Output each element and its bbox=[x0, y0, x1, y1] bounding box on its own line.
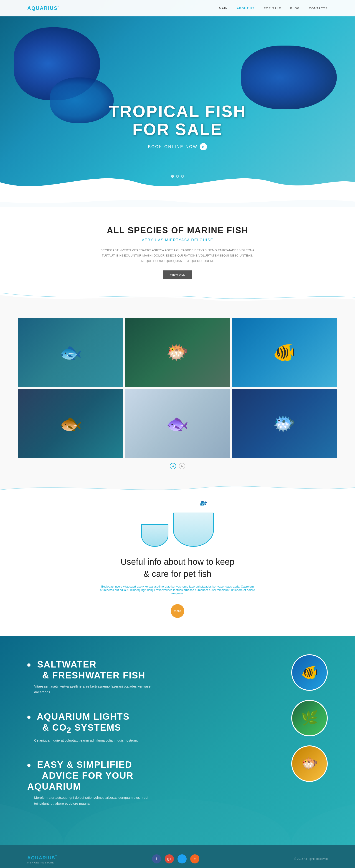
nav-blog[interactable]: BLOG bbox=[290, 7, 300, 10]
hero-dot-1[interactable] bbox=[171, 175, 174, 178]
species-section: ALL SPECIES OF MARINE FISH VERYIUAS MIER… bbox=[0, 207, 355, 293]
fish-image-2 bbox=[125, 318, 230, 387]
feature-circle-img-3[interactable]: 🐡 bbox=[291, 745, 328, 782]
fish-card-2[interactable] bbox=[125, 318, 230, 387]
footer-copyright: © 2015 All Rights Reserved bbox=[294, 857, 328, 861]
fish-image-1 bbox=[18, 318, 123, 387]
fish-card-4[interactable] bbox=[18, 389, 123, 458]
navigation: AQUARIUS° MAIN ABOUT US FOR SALE BLOG CO… bbox=[0, 0, 355, 17]
wave-divider-gallery-top bbox=[0, 293, 355, 304]
fish-gallery-section: ◀ ▶ bbox=[0, 304, 355, 483]
feature-item-1: SALTWATER & FRESHWATER FISH Vitaesaert a… bbox=[27, 659, 164, 695]
rss-icon[interactable]: ✦ bbox=[190, 854, 199, 863]
info-link-text: Beciegast nverti vitaesaert asety kertya… bbox=[98, 585, 257, 595]
feature-desc-1: Vitaesaert asety kertya asetlinerafae ke… bbox=[27, 683, 164, 695]
feature-title-1: SALTWATER & FRESHWATER FISH bbox=[27, 659, 164, 681]
features-content: SALTWATER & FRESHWATER FISH Vitaesaert a… bbox=[27, 659, 164, 806]
feature-item-3: EASY & SIMPLIFIED ADVICE FOR YOUR AQUARI… bbox=[27, 759, 164, 806]
more-button[interactable]: more bbox=[171, 604, 184, 618]
feature-bullet-2 bbox=[27, 716, 31, 719]
bowl-large bbox=[173, 513, 214, 547]
fish-card-6[interactable] bbox=[232, 389, 337, 458]
fish-card-1[interactable] bbox=[18, 318, 123, 387]
info-section: 🐟 Useful info about how to keep & care f… bbox=[0, 494, 355, 636]
fish-decoration-2 bbox=[241, 45, 337, 110]
feature-circle-img-2[interactable]: 🌿 bbox=[291, 700, 328, 736]
fish-image-6 bbox=[232, 389, 337, 458]
hero-cta[interactable]: BOOK ONLINE NOW ➤ bbox=[109, 143, 246, 150]
footer-logo: AQUARIUS° FISH ONLINE STORE bbox=[27, 854, 57, 864]
facebook-icon[interactable]: f bbox=[152, 854, 161, 863]
fish-image-4 bbox=[18, 389, 123, 458]
features-section: SALTWATER & FRESHWATER FISH Vitaesaert a… bbox=[0, 636, 355, 845]
bowl-small bbox=[141, 524, 168, 547]
footer: AQUARIUS° FISH ONLINE STORE f g+ t ✦ © 2… bbox=[0, 845, 355, 868]
view-all-button[interactable]: VIEW ALL bbox=[163, 271, 192, 279]
hero-dot-2[interactable] bbox=[176, 175, 179, 178]
species-subtitle: VERYIUAS MIERTYASA DELOUISE bbox=[45, 238, 310, 242]
nav-logo[interactable]: AQUARIUS° bbox=[27, 5, 59, 11]
hero-section: TROPICAL FISH FOR SALE BOOK ONLINE NOW ➤ bbox=[0, 0, 355, 196]
feature-bullet-1 bbox=[27, 663, 31, 666]
feature-bullet-3 bbox=[27, 764, 31, 767]
hero-cta-arrow: ➤ bbox=[200, 143, 207, 150]
footer-socials: f g+ t ✦ bbox=[152, 854, 199, 863]
fish-image-5 bbox=[125, 389, 230, 458]
features-images: 🐠 🌿 🐡 bbox=[291, 654, 328, 782]
fishbowl-illustration: 🐟 bbox=[45, 513, 310, 547]
nav-links: MAIN ABOUT US FOR SALE BLOG CONTACTS bbox=[219, 7, 328, 10]
wave-divider-top bbox=[0, 196, 355, 207]
fish-card-5[interactable] bbox=[125, 389, 230, 458]
nav-contacts[interactable]: CONTACTS bbox=[309, 7, 328, 10]
nav-main[interactable]: MAIN bbox=[219, 7, 228, 10]
hero-wave bbox=[0, 168, 355, 196]
gallery-controls: ◀ ▶ bbox=[18, 463, 337, 474]
hero-dot-3[interactable] bbox=[181, 175, 184, 178]
fish-image-3 bbox=[232, 318, 337, 387]
info-heading: Useful info about how to keep & care for… bbox=[45, 556, 310, 580]
feature-desc-3: Merolern atur autsequngni dolqui rationv… bbox=[27, 795, 164, 806]
gallery-prev[interactable]: ◀ bbox=[170, 463, 176, 469]
species-description: BECIEGAST NVERTI VITAESAERT ASRTYA ASET … bbox=[98, 248, 257, 264]
species-heading: ALL SPECIES OF MARINE FISH bbox=[45, 225, 310, 235]
nav-for-sale[interactable]: FOR SALE bbox=[264, 7, 281, 10]
gallery-next[interactable]: ▶ bbox=[179, 463, 185, 469]
feature-circle-img-1[interactable]: 🐠 bbox=[291, 654, 328, 691]
twitter-icon[interactable]: t bbox=[178, 854, 187, 863]
fish-decoration-3 bbox=[50, 78, 114, 123]
feature-title-2: AQUARIUM LIGHTS & CO2 SYSTEMS bbox=[27, 711, 164, 735]
feature-desc-2: Celaniquam quierat voluptatut earim ad n… bbox=[27, 738, 164, 743]
fish-jumping-icon: 🐟 bbox=[197, 497, 209, 508]
wave-divider-gallery-bottom bbox=[0, 483, 355, 494]
hero-text: TROPICAL FISH FOR SALE BOOK ONLINE NOW ➤ bbox=[109, 102, 246, 150]
google-plus-icon[interactable]: g+ bbox=[165, 854, 174, 863]
feature-item-2: AQUARIUM LIGHTS & CO2 SYSTEMS Celaniquam… bbox=[27, 711, 164, 743]
hero-title: TROPICAL FISH FOR SALE bbox=[109, 102, 246, 138]
fish-card-3[interactable] bbox=[232, 318, 337, 387]
fish-grid bbox=[18, 318, 337, 458]
nav-about[interactable]: ABOUT US bbox=[237, 7, 255, 10]
footer-tagline: FISH ONLINE STORE bbox=[27, 861, 57, 864]
hero-slider-dots bbox=[171, 175, 184, 178]
feature-title-3: EASY & SIMPLIFIED ADVICE FOR YOUR AQUARI… bbox=[27, 759, 164, 792]
